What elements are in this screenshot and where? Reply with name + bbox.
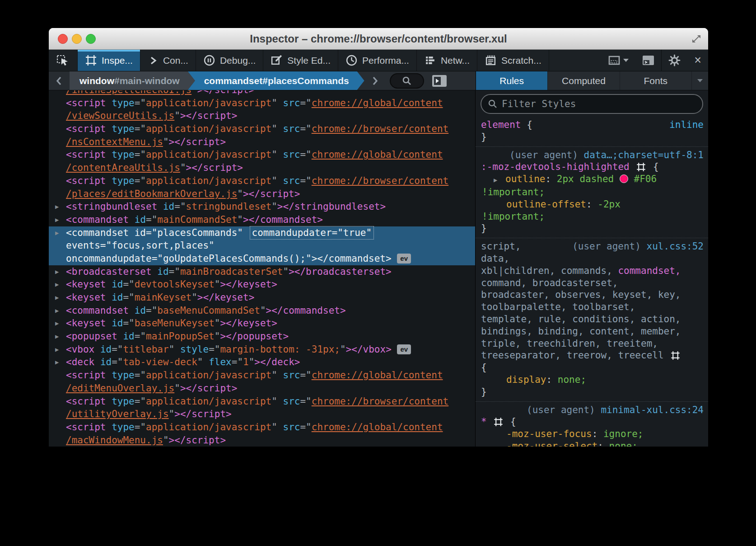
tab-computed[interactable]: Computed	[548, 71, 620, 90]
markup-line[interactable]: ▶<stringbundleset id="stringbundleset"><…	[49, 200, 475, 213]
expand-node-icon[interactable]: ▶	[55, 226, 66, 240]
markup-line[interactable]: ▶<keyset id="mainKeyset"></keyset>	[49, 291, 475, 304]
rule-line[interactable]: (user agent) data…;charset=utf-8:1	[476, 149, 708, 161]
resource-link[interactable]: chrome://global/content	[312, 370, 443, 381]
expand-node-icon[interactable]: ▶	[55, 343, 66, 356]
resource-link[interactable]: chrome://global/content	[312, 98, 443, 108]
resource-link[interactable]: chrome://browser/content	[312, 123, 448, 134]
markup-line[interactable]: /places/editBookmarkOverlay.js"></script…	[49, 188, 475, 201]
filter-styles-input[interactable]: Filter Styles	[481, 94, 703, 114]
resource-link[interactable]: chrome://browser/content	[312, 396, 448, 407]
pick-element-button[interactable]	[49, 50, 78, 71]
resource-link[interactable]: chrome://browser/content	[312, 175, 448, 186]
expand-node-icon[interactable]: ▶	[55, 317, 66, 330]
markup-line[interactable]: <script type="application/javascript" sr…	[49, 148, 475, 161]
tab-rules[interactable]: Rules	[476, 71, 548, 90]
markup-line[interactable]: ▶<keyset id="devtoolsKeyset"></keyset>	[49, 278, 475, 291]
rule-line[interactable]: }	[476, 386, 708, 398]
resource-link[interactable]: /places/editBookmarkOverlay.js	[66, 188, 237, 199]
rule-line[interactable]: script,(user agent) xul.css:52	[476, 240, 708, 253]
resource-link[interactable]: chrome://global/content	[312, 422, 443, 433]
highlighter-icon[interactable]	[671, 351, 680, 360]
expand-node-icon[interactable]: ▶	[55, 278, 66, 291]
markup-line[interactable]: /viewSourceUtils.js"></script>	[49, 109, 475, 122]
sidebar-tabs-dropdown[interactable]	[692, 71, 708, 90]
rule-line[interactable]: xbl|children, commands, commandset,	[476, 265, 708, 277]
rule-line[interactable]: display: none;	[476, 374, 708, 386]
rule-line[interactable]: !important;	[476, 186, 708, 198]
stylesheet-link[interactable]: xul.css:52	[647, 241, 704, 252]
highlighter-icon[interactable]	[494, 417, 503, 427]
resource-link[interactable]: chrome://global/content	[312, 149, 443, 160]
rule-source-link[interactable]: (user agent) data…;charset=utf-8:1	[509, 149, 704, 161]
markup-line[interactable]: oncommandupdate="goUpdatePlacesCommands(…	[49, 252, 475, 265]
markup-line[interactable]: ▶<popupset id="mainPopupSet"></popupset>	[49, 330, 475, 343]
tab-scratchpad[interactable]: Scratch...	[477, 50, 549, 71]
markup-line[interactable]: /editMenuOverlay.js"></script>	[49, 382, 475, 395]
expand-pane-button[interactable]	[432, 75, 447, 87]
rule-line[interactable]: broadcaster, observes, keyset, key,	[476, 289, 708, 301]
tab-debugger[interactable]: Debug...	[196, 50, 263, 71]
markup-line[interactable]: <script type="application/javascript" sr…	[49, 174, 475, 188]
markup-line[interactable]: ▶<commandset id="mainCommandSet"></comma…	[49, 213, 475, 226]
split-console-button[interactable]	[635, 50, 661, 71]
rule-source-link[interactable]: (user agent) minimal-xul.css:24	[527, 404, 704, 416]
inline-style-link[interactable]: inline	[669, 119, 704, 130]
breadcrumb-item-window[interactable]: window#main-window	[70, 71, 195, 90]
rule-source-link[interactable]: (user agent) xul.css:52	[572, 240, 704, 253]
search-box-button[interactable]	[390, 73, 424, 89]
expand-node-icon[interactable]: ▶	[55, 330, 66, 343]
resource-link[interactable]: /nsContextMenu.js	[66, 136, 163, 147]
event-badge[interactable]: ev	[397, 254, 411, 264]
markup-line[interactable]: /utilityOverlay.js"></script>	[49, 408, 475, 421]
close-button[interactable]: ×	[687, 50, 708, 71]
tab-network[interactable]: Netw...	[417, 50, 477, 71]
markup-line[interactable]: <script type="application/javascript" sr…	[49, 122, 475, 136]
rule-line[interactable]: outline-offset: -2px	[476, 198, 708, 211]
rule-line[interactable]: command, broadcasterset,	[476, 277, 708, 289]
rule-line[interactable]: !important;	[476, 211, 708, 223]
rule-line[interactable]: data,	[476, 253, 708, 265]
expand-declaration-icon[interactable]: ▶	[494, 174, 505, 186]
rule-line[interactable]: * {	[476, 416, 708, 428]
breadcrumb-forward-button[interactable]	[364, 71, 385, 90]
tab-inspector[interactable]: Inspe...	[78, 50, 140, 71]
markup-line[interactable]: /inlineSpellCheckUI.js"></script>	[49, 90, 475, 97]
markup-line[interactable]: ▶<vbox id="titlebar" style="margin-botto…	[49, 343, 475, 356]
markup-line[interactable]: ▶<deck id="tab-view-deck" flex="1"></dec…	[49, 356, 475, 369]
rule-line[interactable]: ▶outline: 2px dashed #F06	[476, 173, 708, 186]
markup-line[interactable]: <script type="application/javascript" sr…	[49, 421, 475, 434]
markup-line[interactable]: <script type="application/javascript" sr…	[49, 369, 475, 382]
markup-line[interactable]: events="focus,sort,places"	[49, 239, 475, 252]
rule-line[interactable]: element {inline	[476, 119, 708, 131]
resource-link[interactable]: /contentAreaUtils.js	[66, 162, 180, 173]
stylesheet-link[interactable]: data…;charset=utf-8:1	[583, 150, 704, 160]
markup-line[interactable]: /contentAreaUtils.js"></script>	[49, 161, 475, 174]
rule-line[interactable]: toolbarpalette, toolbarset,	[476, 301, 708, 313]
rule-line[interactable]: {	[476, 362, 708, 374]
rule-line[interactable]: }	[476, 222, 708, 235]
rule-line[interactable]: template, rule, conditions, action,	[476, 313, 708, 325]
expand-node-icon[interactable]: ▶	[55, 291, 66, 304]
markup-line[interactable]: /nsContextMenu.js"></script>	[49, 136, 475, 149]
window-titlebar[interactable]: Inspector – chrome://browser/content/bro…	[49, 28, 708, 50]
resource-link[interactable]: /utilityOverlay.js	[66, 409, 169, 419]
resource-link[interactable]: /viewSourceUtils.js	[66, 110, 174, 121]
tab-console[interactable]: Con...	[140, 50, 196, 71]
breadcrumb-item-commandset[interactable]: commandset#placesCommands	[188, 71, 364, 90]
markup-line[interactable]: ▶<commandset id="baseMenuCommandSet"></c…	[49, 304, 475, 317]
window-resize-icon[interactable]	[691, 33, 702, 44]
tab-performance[interactable]: Performa...	[338, 50, 417, 71]
markup-line[interactable]: ▶<commandset id="placesCommands" command…	[49, 226, 475, 240]
tab-style-editor[interactable]: Style Ed...	[263, 50, 338, 71]
expand-node-icon[interactable]: ▶	[55, 356, 66, 369]
rule-source-link[interactable]: inline	[669, 119, 704, 131]
rule-line[interactable]: -moz-user-focus: ignore;	[476, 428, 708, 440]
rule-line[interactable]: -moz-user-select: none;	[476, 440, 708, 447]
resource-link[interactable]: /editMenuOverlay.js	[66, 383, 174, 394]
expand-node-icon[interactable]: ▶	[55, 265, 66, 278]
breadcrumb-back-button[interactable]	[49, 71, 70, 90]
markup-line[interactable]: ▶<broadcasterset id="mainBroadcasterSet"…	[49, 265, 475, 278]
event-badge[interactable]: ev	[397, 344, 411, 354]
color-swatch[interactable]	[620, 174, 628, 183]
